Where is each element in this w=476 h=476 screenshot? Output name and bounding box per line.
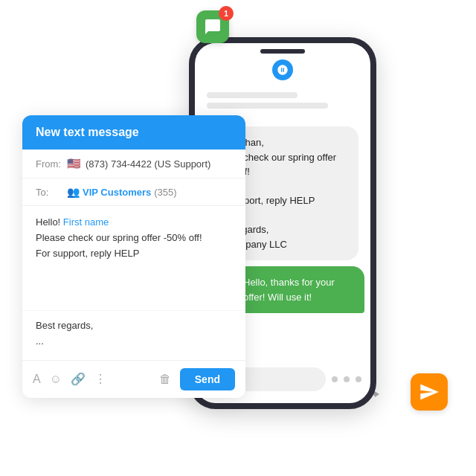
phone-dot: [344, 376, 350, 382]
from-field[interactable]: From: 🇺🇸 (873) 734-4422 (US Support): [22, 149, 245, 178]
signature-line1: Best regards,: [36, 320, 93, 331]
phone-dot: [356, 376, 361, 382]
body-line2: For support, reply HELP: [36, 248, 139, 259]
compose-title: New text message: [36, 126, 139, 138]
body-line1: Please check our spring offer -50% off!: [36, 232, 202, 243]
sent-message-bubble: Hello, thanks for your offer! Will use i…: [233, 266, 364, 313]
chat-icon: [204, 18, 222, 36]
compose-panel: New text message From: 🇺🇸 (873) 734-4422…: [22, 115, 245, 398]
more-options-icon[interactable]: ⋮: [94, 372, 106, 386]
compose-body[interactable]: Hello! First name Please check our sprin…: [22, 206, 245, 310]
from-flag: 🇺🇸: [67, 157, 81, 170]
phone-app-icon: [272, 60, 293, 80]
body-greeting: Hello!: [36, 216, 63, 228]
from-label: From:: [36, 158, 62, 170]
to-label: To:: [36, 187, 62, 198]
compose-signature: Best regards, ...: [22, 310, 245, 360]
first-name-tag: First name: [63, 216, 109, 228]
to-field[interactable]: To: 👥 VIP Customers (355): [22, 178, 245, 206]
group-name: VIP Customers: [83, 187, 151, 198]
phone-notch-bar: [195, 43, 370, 57]
phone-notch: [260, 49, 305, 54]
send-arrow-icon: [419, 382, 440, 402]
send-button[interactable]: Send: [180, 368, 235, 390]
compose-toolbar: A ☺ 🔗 ⋮ 🗑 Send: [22, 360, 245, 398]
compose-header: New text message: [22, 115, 245, 149]
phone-dot: [332, 376, 338, 382]
text-format-icon[interactable]: A: [33, 373, 41, 386]
from-number: (873) 734-4422 (US Support): [86, 158, 210, 170]
phone-top-placeholders: [195, 86, 370, 119]
group-count: (355): [154, 187, 176, 198]
phone-status-area: [195, 57, 370, 86]
placeholder-line: [207, 92, 298, 98]
placeholder-line: [207, 103, 328, 109]
vip-group-badge: 👥 VIP Customers (355): [67, 186, 177, 198]
sent-message-text: Hello, thanks for your offer! Will use i…: [243, 277, 335, 303]
notification-bubble: 1: [196, 10, 229, 43]
signature-line2: ...: [36, 335, 44, 347]
send-arrow-badge: [411, 373, 448, 411]
notification-count: 1: [219, 6, 234, 21]
emoji-icon[interactable]: ☺: [50, 373, 62, 386]
delete-icon[interactable]: 🗑: [159, 373, 171, 386]
app-logo-icon: [277, 64, 289, 76]
attach-icon[interactable]: 🔗: [71, 372, 86, 386]
group-icon: 👥: [67, 186, 80, 198]
